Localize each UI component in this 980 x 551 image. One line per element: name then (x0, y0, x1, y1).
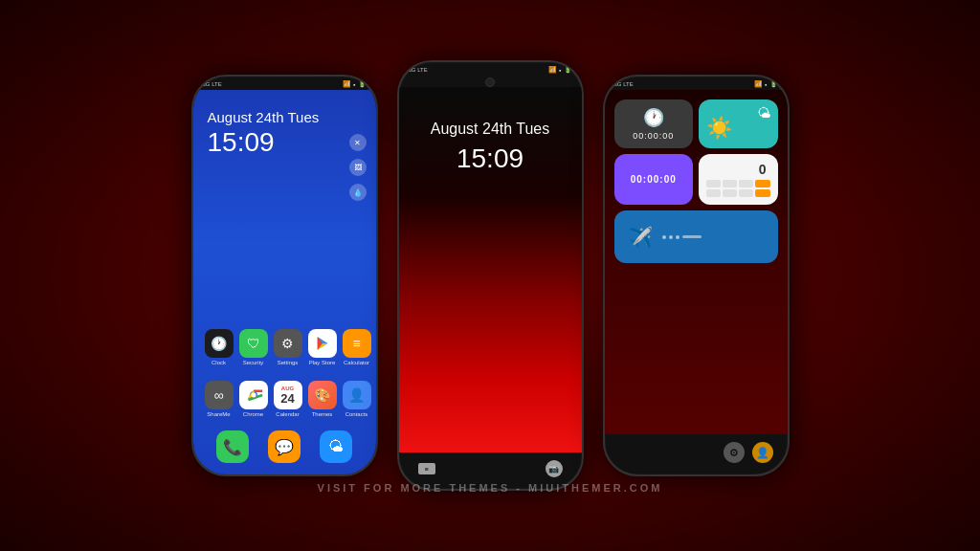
clock-label: Clock (212, 360, 226, 365)
phone2-status-bar: 3G LTE 📶 ▪ 🔋 (399, 62, 582, 76)
phone3-bottom-bar: ⚙ 👤 (605, 434, 788, 474)
settings-label: Settings (278, 360, 299, 365)
phone1-app-grid-row2: ∞ ShareMe Chrome (193, 373, 376, 425)
app-calendar[interactable]: AUG 24 Calendar (274, 381, 302, 417)
app-settings[interactable]: ⚙ Settings (274, 329, 302, 365)
dock-messages[interactable]: 💬 (268, 430, 301, 463)
phone1-app-grid-row1: 🕐 Clock 🛡 Security ⚙ Settings Play Store (193, 321, 376, 373)
battery-icon-2: 🔋 (564, 66, 572, 74)
calendar-label: Calendar (276, 411, 299, 417)
shareme-label: ShareMe (207, 411, 230, 417)
timer1-time: 00:00:00 (633, 131, 674, 141)
calc-display: 0 (706, 162, 770, 177)
drop-side-icon: 💧 (349, 184, 367, 201)
telegram-dots (662, 235, 702, 239)
phone3-status-bar: 3G LTE 📶 ▪ 🔋 (605, 77, 788, 90)
app-playstore[interactable]: Play Store (308, 329, 337, 365)
settings-icon: ⚙ (274, 329, 302, 358)
app-security[interactable]: 🛡 Security (239, 329, 268, 365)
widget-weather[interactable]: 🌤 ☀️ (699, 99, 778, 148)
phone1-dock: 📞 💬 🌤 (193, 425, 376, 474)
widget-timer-1[interactable]: 🕐 00:00:00 (614, 99, 694, 148)
photo-side-icon: 🖼 (349, 159, 367, 176)
playstore-label: Play Store (309, 360, 336, 365)
phone-3: 3G LTE 📶 ▪ 🔋 🕐 00:00:00 🌤 ☀️ (603, 75, 790, 476)
phone1-side-controls: ✕ 🖼 💧 (349, 134, 367, 201)
phone1-date: August 24th Tues (208, 109, 362, 125)
phone2-menu-btn[interactable]: ≡ (418, 463, 435, 474)
themes-icon: 🎨 (308, 381, 337, 409)
watermark-text: VISIT FOR MORE THEMES - MIUITHEMER.COM (318, 482, 663, 494)
signal-icon-3: 📶 (754, 80, 763, 88)
phone2-time: 15:09 (413, 143, 568, 174)
app-shareme[interactable]: ∞ ShareMe (205, 381, 234, 417)
themes-label: Themes (312, 411, 333, 417)
phone2-clock-widget: August 24th Tues 15:09 (399, 87, 582, 452)
phone-1: 3G LTE 📶 ▪ 🔋 August 24th Tues 15:09 ✕ 🖼 … (191, 75, 378, 476)
timer1-icon: 🕐 (643, 107, 664, 128)
battery-icon-3: 🔋 (769, 80, 778, 88)
calc-label: Calculator (344, 360, 369, 365)
app-chrome[interactable]: Chrome (239, 381, 268, 417)
app-clock[interactable]: 🕐 Clock (205, 329, 234, 365)
wifi-icon: ▪ (353, 81, 355, 88)
phone-2: 3G LTE 📶 ▪ 🔋 August 24th Tues 15:09 ≡ 📷 (397, 60, 584, 491)
calendar-icon: AUG 24 (274, 381, 302, 409)
app-themes[interactable]: 🎨 Themes (308, 381, 337, 417)
timer2-time: 00:00:00 (631, 174, 677, 185)
dock-phone[interactable]: 📞 (216, 430, 249, 463)
phone2-camera-notch (485, 77, 495, 87)
signal-icon: 📶 (343, 80, 351, 88)
wifi-icon-3: ▪ (765, 81, 767, 88)
widget-calculator[interactable]: 0 (699, 154, 778, 205)
chrome-label: Chrome (243, 411, 263, 417)
app-contacts[interactable]: 👤 Contacts (343, 381, 371, 417)
phones-container: 3G LTE 📶 ▪ 🔋 August 24th Tues 15:09 ✕ 🖼 … (0, 0, 980, 551)
contacts-icon: 👤 (343, 381, 371, 409)
calc-icon: ≡ (343, 329, 371, 358)
phone3-settings-btn[interactable]: ⚙ (724, 442, 745, 463)
dock-weather[interactable]: 🌤 (320, 430, 352, 463)
battery-icon: 🔋 (358, 80, 367, 88)
phone1-screen: August 24th Tues 15:09 ✕ 🖼 💧 🕐 Clock 🛡 S… (193, 90, 376, 474)
telegram-icon: ✈️ (629, 226, 653, 249)
phone2-date: August 24th Tues (413, 121, 568, 138)
playstore-icon (308, 329, 337, 358)
signal-icon-2: 📶 (548, 66, 557, 74)
phone1-time: 15:09 (208, 127, 362, 158)
close-side-icon: ✕ (349, 134, 367, 151)
phone1-status-bar: 3G LTE 📶 ▪ 🔋 (193, 77, 376, 90)
phone2-screen: August 24th Tues 15:09 (399, 87, 582, 452)
app-calculator[interactable]: ≡ Calculator (343, 329, 371, 365)
shareme-icon: ∞ (205, 381, 234, 409)
widget-telegram[interactable]: ✈️ (614, 210, 778, 263)
phone3-screen: 🕐 00:00:00 🌤 ☀️ 00:00:00 0 (605, 90, 788, 434)
chrome-icon (239, 381, 268, 409)
contacts-label: Contacts (345, 411, 368, 417)
phone2-camera-btn[interactable]: 📷 (546, 460, 563, 477)
wifi-icon-2: ▪ (559, 67, 561, 74)
security-label: Security (243, 360, 264, 365)
weather-temp: ☀️ (706, 116, 732, 141)
phone3-widget-grid: 🕐 00:00:00 🌤 ☀️ 00:00:00 0 (605, 90, 788, 273)
widget-timer-2[interactable]: 00:00:00 (614, 154, 694, 205)
weather-icon: 🌤 (757, 105, 770, 121)
clock-icon: 🕐 (205, 329, 234, 358)
phone3-user-btn[interactable]: 👤 (752, 442, 773, 463)
svg-point-5 (251, 393, 256, 398)
security-icon: 🛡 (239, 329, 268, 358)
